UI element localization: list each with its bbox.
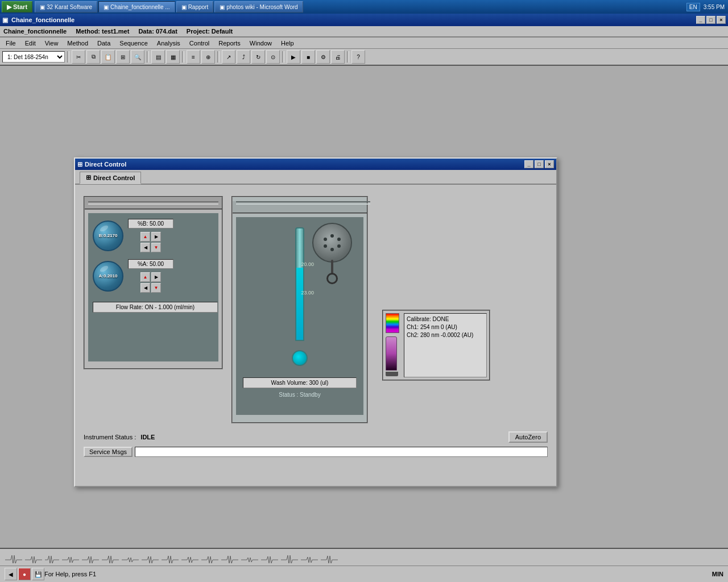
detector-inner: Calibrate: DONE Ch1: 254 nm 0 (AU) Ch2: … — [383, 311, 489, 380]
toolbar-zoom[interactable]: 🔍 — [131, 50, 144, 64]
app-method: Method: test1.met — [76, 28, 129, 35]
toolbar-filter[interactable]: ⊕ — [201, 50, 215, 64]
start-button[interactable]: ▶ Start — [2, 1, 32, 13]
svg-point-0 — [330, 234, 334, 238]
pump-a-down-right[interactable]: ▼ — [151, 283, 161, 293]
nav-prev-button[interactable]: ◀ — [5, 568, 17, 580]
dialog-close[interactable]: × — [545, 160, 554, 168]
rapport-icon: ▣ — [181, 4, 187, 10]
toolbar-cut[interactable]: ✂ — [72, 50, 85, 64]
channel-dropdown[interactable]: 1: Det 168-254n — [2, 51, 65, 63]
toolbar-paste[interactable]: 📋 — [101, 50, 115, 64]
pump-a-input[interactable]: %A: 50.00 — [128, 259, 173, 269]
toolbar-help[interactable]: ? — [351, 50, 365, 64]
detector-lamp — [386, 313, 402, 377]
dialog-maximize[interactable]: □ — [535, 160, 544, 168]
menu-data[interactable]: Data — [94, 39, 114, 48]
service-msgs-button[interactable]: Service Msgs — [84, 447, 133, 457]
column-panel: 20.00 23.00 — [231, 196, 368, 423]
toolbar-copy[interactable]: ⧉ — [86, 50, 100, 64]
pump-panel-header — [85, 197, 222, 210]
taskbar-item-photos[interactable]: ▣ photos wiki - Microsoft Word — [214, 1, 303, 13]
pump-b-input[interactable]: %B: 50.00 — [128, 219, 173, 228]
pump-a-up-right[interactable]: ▶ — [151, 272, 161, 282]
toolbar-table2[interactable]: ▦ — [166, 50, 180, 64]
toolbar-chart2[interactable]: ⤴ — [237, 50, 250, 64]
svg-point-4 — [324, 244, 327, 248]
toolbar-stop[interactable]: ■ — [301, 50, 315, 64]
toolbar-chart3[interactable]: ↻ — [251, 50, 265, 64]
status-bar: ◀ ● 💾 For Help, press F1 MIN — [0, 548, 728, 582]
dialog-title-bar: ⊞ Direct Control _ □ × — [75, 159, 556, 170]
status-bottom-bar: ◀ ● 💾 For Help, press F1 MIN — [0, 566, 728, 582]
instrument-status-label: Instrument Status : — [84, 434, 136, 440]
service-input — [135, 447, 548, 457]
toolbar-chart1[interactable]: ↗ — [222, 50, 235, 64]
thermometer-bulb — [292, 350, 308, 366]
nav-record-button[interactable]: ● — [18, 568, 31, 580]
toolbar-print[interactable]: 🖨 — [331, 50, 345, 64]
close-button[interactable]: × — [717, 16, 726, 24]
toolbar-run[interactable]: ▶ — [287, 50, 300, 64]
pump-b-down-right[interactable]: ▼ — [151, 243, 161, 252]
cable-coil — [326, 273, 338, 284]
maximize-button[interactable]: □ — [706, 16, 715, 24]
tab-direct-control[interactable]: ⊞ Direct Control — [80, 172, 141, 184]
dialog-icon: ⊞ — [77, 161, 82, 168]
app-info-bar: Chaine_fonctionnelle Method: test1.met D… — [0, 26, 728, 38]
toolbar-settings[interactable]: ⚙ — [316, 50, 330, 64]
minimize-button[interactable]: _ — [696, 16, 705, 24]
toolbar-list[interactable]: ≡ — [187, 50, 200, 64]
menu-file[interactable]: File — [2, 39, 19, 48]
help-text: For Help, press F1 — [44, 571, 96, 577]
thermometer: 20.00 23.00 — [288, 227, 311, 358]
detector-bottle-base — [386, 372, 398, 376]
menu-view[interactable]: View — [42, 39, 62, 48]
wash-volume-label: Wash Volume: 300 (ul) — [243, 377, 357, 388]
svg-point-2 — [337, 244, 341, 248]
menu-sequence[interactable]: Sequence — [116, 39, 151, 48]
toolbar-separator-2 — [147, 51, 149, 63]
main-content: ⊞ Direct Control _ □ × ⊞ Direct Control — [0, 66, 728, 548]
autozero-button[interactable]: AutoZero — [508, 431, 548, 443]
lang-indicator: EN — [686, 3, 700, 11]
pump-panel: B:0.2170 %B: 50.00 ▲ ▶ ◀ ▼ — [84, 196, 223, 369]
menu-method[interactable]: Method — [64, 39, 92, 48]
menu-edit[interactable]: Edit — [22, 39, 39, 48]
pump-inner: B:0.2170 %B: 50.00 ▲ ▶ ◀ ▼ — [88, 213, 218, 361]
toolbar-chart4[interactable]: ⊙ — [266, 50, 280, 64]
taskbar-right: EN 3:55 PM — [686, 3, 725, 11]
pump-sphere-a: A:0.2010 — [93, 261, 123, 292]
menu-help[interactable]: Help — [278, 39, 297, 48]
pump-b-up-right[interactable]: ▶ — [151, 232, 161, 242]
app-title-bar: ▣ Chaine_fonctionnelle _ □ × — [0, 14, 728, 26]
toolbar-table[interactable]: ▤ — [151, 50, 165, 64]
ch2-row: Ch2: 280 nm -0.0002 (AU) — [407, 332, 484, 338]
photos-icon: ▣ — [220, 4, 225, 10]
toolbar-screen[interactable]: ⊞ — [116, 50, 130, 64]
chaine-icon: ▣ — [104, 4, 109, 10]
nav-save-button[interactable]: 💾 — [32, 568, 44, 580]
menu-analysis[interactable]: Analysis — [154, 39, 184, 48]
menu-window[interactable]: Window — [246, 39, 275, 48]
calibrate-row: Calibrate: DONE — [407, 316, 484, 322]
karat-icon: ▣ — [40, 4, 45, 10]
pump-b-up-left[interactable]: ▲ — [140, 232, 150, 242]
menu-control[interactable]: Control — [186, 39, 213, 48]
thermo-top-label: 23.00 — [301, 290, 314, 296]
dialog-minimize[interactable]: _ — [524, 160, 533, 168]
dialog-tab-bar: ⊞ Direct Control — [75, 170, 556, 185]
instrument-status-bar: Instrument Status : IDLE AutoZero — [84, 430, 548, 444]
toolbar-separator-3 — [182, 51, 184, 63]
injector-disc — [312, 223, 352, 263]
taskbar-item-chaine[interactable]: ▣ Chaine_fonctionnelle ... — [98, 1, 175, 13]
svg-point-3 — [330, 248, 334, 251]
pump-a-down-left[interactable]: ◀ — [140, 283, 150, 293]
taskbar-items: ▣ 32 Karat Software ▣ Chaine_fonctionnel… — [35, 1, 686, 13]
pump-b-down-left[interactable]: ◀ — [140, 243, 150, 252]
taskbar-item-karat[interactable]: ▣ 32 Karat Software — [35, 1, 97, 13]
tab-label: Direct Control — [93, 174, 135, 181]
pump-a-up-left[interactable]: ▲ — [140, 272, 150, 282]
menu-reports[interactable]: Reports — [215, 39, 244, 48]
taskbar-item-rapport[interactable]: ▣ Rapport — [176, 1, 214, 13]
